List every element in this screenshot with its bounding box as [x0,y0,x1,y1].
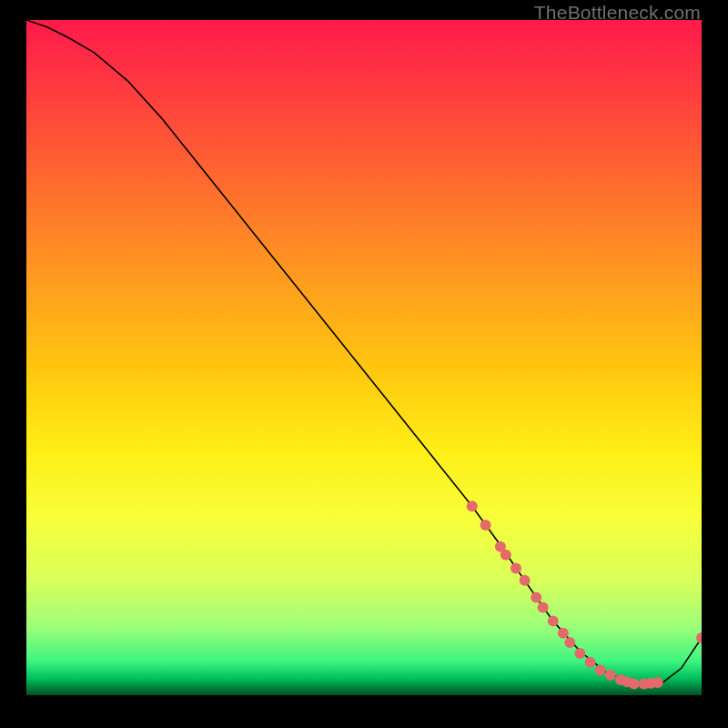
bottleneck-curve [26,20,702,683]
data-marker [605,670,616,681]
data-marker [629,678,640,689]
data-marker [538,602,549,613]
plot-area [26,20,702,695]
data-marker [531,592,541,602]
data-marker [480,520,491,531]
data-marker [558,628,569,639]
chart-stage: TheBottleneck.com [0,0,728,728]
data-marker [511,563,521,574]
data-marker [595,665,606,676]
data-marker [467,500,478,511]
data-marker [520,575,531,586]
chart-svg [26,20,702,695]
data-marker [652,677,663,688]
data-marker [696,632,702,643]
data-marker [500,550,511,561]
data-marker [564,637,575,648]
data-marker [548,615,559,626]
data-marker [585,657,596,668]
data-marker [574,648,585,659]
data-markers [467,500,702,689]
